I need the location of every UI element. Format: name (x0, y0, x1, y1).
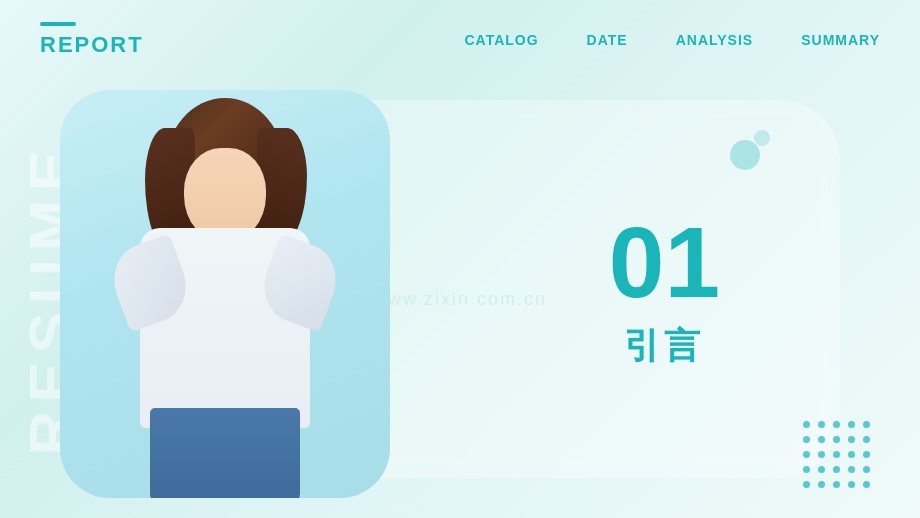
nav-date[interactable]: DATE (587, 32, 628, 48)
deco-circle-small (754, 130, 770, 146)
dot-16 (803, 466, 810, 473)
header: REPORT CATALOG DATE ANALYSIS SUMMARY (0, 0, 920, 80)
dot-12 (818, 451, 825, 458)
main-content: RESUME 01 引言 www.zixin.com.cn (0, 80, 920, 518)
dot-8 (833, 436, 840, 443)
dot-13 (833, 451, 840, 458)
dot-23 (833, 481, 840, 488)
header-accent-line (40, 22, 76, 26)
deco-circle-large (730, 140, 760, 170)
dot-4 (848, 421, 855, 428)
dot-7 (818, 436, 825, 443)
dot-18 (833, 466, 840, 473)
dot-11 (803, 451, 810, 458)
nav-catalog[interactable]: CATALOG (464, 32, 538, 48)
nav-analysis[interactable]: ANALYSIS (676, 32, 754, 48)
dot-20 (863, 466, 870, 473)
dot-1 (803, 421, 810, 428)
dots-grid (803, 421, 870, 488)
main-right-content: 01 引言 (609, 212, 720, 371)
section-number: 01 (609, 212, 720, 312)
dots-decoration (803, 421, 870, 488)
dot-9 (848, 436, 855, 443)
header-title: REPORT (40, 32, 144, 58)
header-nav: CATALOG DATE ANALYSIS SUMMARY (464, 32, 880, 48)
dot-6 (803, 436, 810, 443)
dot-15 (863, 451, 870, 458)
nav-summary[interactable]: SUMMARY (801, 32, 880, 48)
dot-2 (818, 421, 825, 428)
person-image-container (60, 90, 390, 498)
person-figure (95, 98, 355, 498)
dot-25 (863, 481, 870, 488)
dot-5 (863, 421, 870, 428)
dot-24 (848, 481, 855, 488)
dot-21 (803, 481, 810, 488)
header-left: REPORT (40, 22, 144, 58)
dot-22 (818, 481, 825, 488)
person-jeans (150, 408, 300, 498)
dot-14 (848, 451, 855, 458)
section-title-chinese: 引言 (609, 322, 720, 371)
dot-10 (863, 436, 870, 443)
dot-3 (833, 421, 840, 428)
dot-19 (848, 466, 855, 473)
dot-17 (818, 466, 825, 473)
